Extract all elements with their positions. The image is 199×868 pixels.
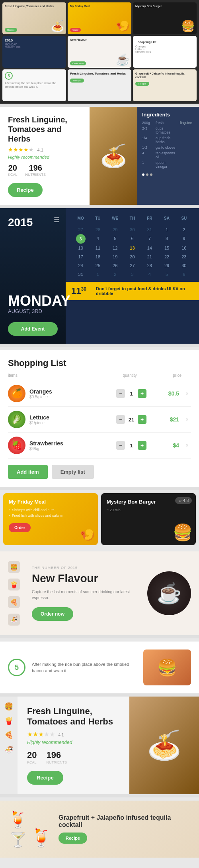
- mini-recipe-btn-1[interactable]: Recipe: [5, 28, 17, 32]
- cal-cell[interactable]: 29: [158, 261, 175, 270]
- hamburger-icon[interactable]: ☰: [54, 216, 59, 224]
- cal-cell[interactable]: 3: [124, 270, 141, 279]
- ingredients-dots: [142, 173, 194, 176]
- linguine-recipe-btn[interactable]: Recipe: [8, 183, 43, 197]
- ingredients-title: Ingredients: [142, 112, 194, 118]
- cal-cell[interactable]: 30: [176, 261, 193, 270]
- divider-3: [0, 344, 199, 347]
- cal-cell[interactable]: 5: [107, 234, 124, 244]
- friday-meal-item-2: Fried fish with olives and salami: [9, 514, 92, 518]
- cal-cell[interactable]: 11: [89, 244, 106, 252]
- oranges-remove-btn[interactable]: ×: [183, 390, 191, 397]
- linguine-stats: 20 kcal 196 nutrients: [8, 163, 82, 177]
- mini-new-flavour-card[interactable]: New Flavour ☕ Order now: [68, 36, 131, 68]
- mini-friday-meal-card[interactable]: My Friday Meal 🍤 Order: [68, 2, 131, 34]
- cal-cell[interactable]: 27: [124, 261, 141, 270]
- ll-bowl-icon[interactable]: 🍜: [4, 745, 13, 754]
- cal-cell[interactable]: 28: [89, 225, 106, 234]
- cal-cell[interactable]: 2: [176, 225, 193, 234]
- add-item-button[interactable]: Add item: [8, 465, 48, 479]
- new-flavour-title: New Flavour: [32, 572, 139, 585]
- nf-bowl-icon[interactable]: 🍜: [8, 614, 20, 626]
- mini-cocktail-card[interactable]: Grapefruit + Jalapeño infused tequila co…: [133, 69, 197, 101]
- mini-fresh-linguine-card[interactable]: Fresh Linguine, Tomatoes and Herbs 🍝 Rec…: [2, 2, 66, 34]
- friday-meal-item-1: Shrimps with chili and nuts: [9, 508, 92, 512]
- cal-cell[interactable]: 12: [107, 244, 124, 252]
- lettuce-plus-btn[interactable]: +: [138, 415, 146, 424]
- cal-cell[interactable]: 15: [158, 244, 175, 252]
- cal-cell[interactable]: 19: [107, 252, 124, 261]
- cal-cell-today[interactable]: 3: [72, 234, 89, 244]
- strawberries-remove-btn[interactable]: ×: [183, 442, 191, 449]
- large-linguine-recipe-btn[interactable]: Recipe: [27, 771, 63, 785]
- empty-list-button[interactable]: Empty list: [52, 465, 94, 479]
- cal-cell[interactable]: 18: [89, 252, 106, 261]
- new-flavour-section: 🍔 🍟 🍕 🍜 The number of 2015 New Flavour C…: [0, 551, 199, 635]
- cal-cell[interactable]: 9: [176, 234, 193, 244]
- mini-step-card[interactable]: 5 After making the rice bun place above …: [2, 69, 66, 101]
- new-flavour-order-btn[interactable]: Order now: [32, 607, 73, 621]
- nf-burger-icon[interactable]: 🍔: [8, 561, 20, 573]
- cal-cell[interactable]: 5: [158, 270, 175, 279]
- new-flavour-desc: Capture the last moments of summer drink…: [32, 589, 139, 601]
- ll-burger-icon[interactable]: 🍔: [4, 702, 13, 711]
- cal-cell[interactable]: 30: [124, 225, 141, 234]
- oranges-minus-btn[interactable]: −: [116, 389, 125, 398]
- cal-cell[interactable]: 10: [72, 244, 89, 252]
- ll-pizza-icon[interactable]: 🍕: [4, 731, 13, 740]
- nf-pizza-icon[interactable]: 🍕: [8, 596, 20, 608]
- cal-cell[interactable]: 7: [141, 234, 158, 244]
- shop-row-lettuce: 🥬 Lettuce $1/piece − 21 + $21 ×: [8, 407, 191, 433]
- cal-cell[interactable]: 21: [141, 252, 158, 261]
- mini-shop-item1: Oranges: [135, 45, 194, 48]
- cal-cell-selected[interactable]: 13: [124, 244, 141, 252]
- cal-cell[interactable]: 31: [141, 225, 158, 234]
- cal-cell[interactable]: 29: [107, 225, 124, 234]
- strawberries-minus-btn[interactable]: −: [116, 441, 125, 450]
- mini-order-btn-friday[interactable]: Order: [70, 28, 81, 32]
- mini-calendar-year: 2015: [5, 38, 64, 42]
- cal-cell[interactable]: 14: [141, 244, 158, 252]
- mini-cocktail-recipe-btn[interactable]: Recipe: [135, 82, 149, 86]
- mini-food-icon-1: 🍝: [51, 20, 64, 33]
- cal-cell[interactable]: 1: [158, 225, 175, 234]
- cal-cell[interactable]: 2: [107, 270, 124, 279]
- ll-fries-icon[interactable]: 🍟: [4, 716, 13, 725]
- cal-cell[interactable]: 20: [124, 252, 141, 261]
- cal-cell[interactable]: 25: [89, 261, 106, 270]
- cal-cell[interactable]: 24: [72, 261, 89, 270]
- mini-linguine2-card[interactable]: Fresh Linguine, Tomatoes and Herbs Recip…: [68, 69, 131, 101]
- cal-cell[interactable]: 16: [176, 244, 193, 252]
- strawberries-plus-btn[interactable]: +: [138, 441, 146, 450]
- lettuce-remove-btn[interactable]: ×: [183, 416, 191, 423]
- cal-cell[interactable]: 28: [141, 261, 158, 270]
- mini-shop-item2: Lettuce: [135, 48, 194, 51]
- calendar-date-full: AUGUST, 3RD: [8, 308, 58, 314]
- nf-fries-icon[interactable]: 🍟: [8, 579, 20, 590]
- mini-mystery-burger-card[interactable]: Mystery Box Burger 🍔: [133, 2, 197, 34]
- cal-hd-su: SU: [176, 215, 193, 222]
- mini-order-btn-flavour[interactable]: Order now: [70, 61, 86, 65]
- cal-cell[interactable]: 22: [158, 252, 175, 261]
- ing-row-0: 200gfreshlinguine: [142, 121, 194, 125]
- add-event-button[interactable]: Add Event: [8, 322, 58, 336]
- cal-cell[interactable]: 26: [107, 261, 124, 270]
- cal-cell[interactable]: 31: [72, 270, 89, 279]
- cal-cell[interactable]: 6: [124, 234, 141, 244]
- cal-cell[interactable]: 1: [89, 270, 106, 279]
- cal-cell[interactable]: 4: [89, 234, 106, 244]
- mini-recipe-btn-2[interactable]: Recipe: [70, 79, 84, 83]
- mini-calendar-card[interactable]: 2015 MONDAY AUGUST, 3RD: [2, 36, 66, 68]
- cal-cell[interactable]: 27: [72, 225, 89, 234]
- lettuce-minus-btn[interactable]: −: [116, 415, 125, 424]
- mini-shopping-card[interactable]: Shopping List Oranges Lettuce Strawberri…: [133, 36, 197, 68]
- cocktail-recipe-btn[interactable]: Recipe: [59, 833, 87, 844]
- cal-cell[interactable]: 17: [72, 252, 89, 261]
- friday-meal-order-btn[interactable]: Order: [9, 523, 31, 532]
- cal-cell[interactable]: 8: [158, 234, 175, 244]
- cal-cell[interactable]: 23: [176, 252, 193, 261]
- oranges-plus-btn[interactable]: +: [138, 389, 146, 398]
- friday-meal-card: My Friday Meal Shrimps with chili and nu…: [3, 493, 98, 545]
- cal-cell[interactable]: 4: [141, 270, 158, 279]
- cal-cell[interactable]: 6: [176, 270, 193, 279]
